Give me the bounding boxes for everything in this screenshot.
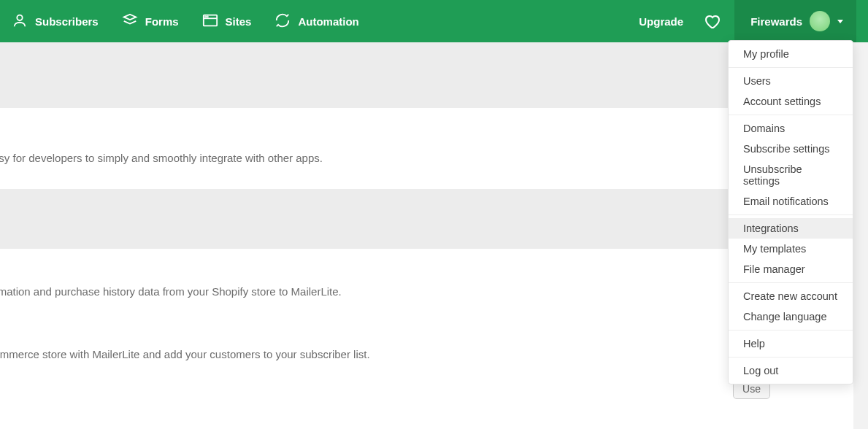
forms-icon [122, 12, 138, 31]
account-dropdown: My profile Users Account settings Domain… [728, 40, 853, 384]
nav-label: Automation [298, 15, 358, 28]
dropdown-group-6: Help [729, 331, 853, 358]
menu-users[interactable]: Users [729, 71, 853, 91]
nav-forms[interactable]: Forms [122, 12, 179, 31]
page-content: API es it easy for developers to simply … [0, 42, 777, 429]
chevron-down-icon [837, 20, 843, 23]
nav-label: Subscribers [35, 15, 99, 28]
api-heading: API [0, 124, 777, 143]
woocommerce-heading: erce [0, 329, 777, 344]
menu-subscribe-settings[interactable]: Subscribe settings [729, 139, 853, 159]
menu-file-manager[interactable]: File manager [729, 259, 853, 279]
dropdown-group-5: Create new account Change language [729, 283, 853, 331]
upgrade-link[interactable]: Upgrade [639, 15, 683, 28]
gray-band-2: ions [0, 189, 741, 236]
sites-icon [202, 13, 218, 30]
menu-unsubscribe-settings[interactable]: Unsubscribe settings [729, 159, 853, 191]
nav-sites[interactable]: Sites [202, 13, 252, 30]
svg-point-3 [205, 16, 206, 17]
topbar: Subscribers Forms Sites [0, 0, 868, 42]
nav-right: Upgrade Firewards [639, 0, 856, 42]
menu-my-templates[interactable]: My templates [729, 239, 853, 259]
nav-left: Subscribers Forms Sites [12, 12, 359, 31]
menu-change-language[interactable]: Change language [729, 306, 853, 327]
menu-domains[interactable]: Domains [729, 118, 853, 139]
integration-woocommerce: erce WooCommerce store with MailerLite a… [0, 329, 777, 371]
avatar [810, 11, 830, 31]
menu-help[interactable]: Help [729, 333, 853, 354]
menu-integrations[interactable]: Integrations [729, 218, 853, 239]
svg-point-4 [207, 16, 207, 17]
dropdown-group-7: Log out [729, 358, 853, 384]
dropdown-group-1: My profile [729, 41, 853, 68]
section-api: API [0, 108, 777, 150]
dropdown-group-3: Domains Subscribe settings Unsubscribe s… [729, 115, 853, 215]
nav-label: Sites [226, 15, 252, 28]
api-description: es it easy for developers to simply and … [0, 150, 777, 167]
dropdown-group-4: Integrations My templates File manager [729, 215, 853, 283]
woocommerce-description: WooCommerce store with MailerLite and ad… [0, 347, 777, 363]
subscribers-icon [12, 12, 28, 31]
scrollbar[interactable] [853, 42, 868, 429]
heart-icon[interactable] [704, 12, 721, 30]
gray-band-1 [0, 42, 777, 108]
menu-log-out[interactable]: Log out [729, 360, 853, 381]
gray-band-2b [0, 236, 777, 249]
menu-create-new-account[interactable]: Create new account [729, 286, 853, 306]
nav-subscribers[interactable]: Subscribers [12, 12, 99, 31]
svg-point-0 [17, 15, 22, 20]
nav-label: Forms [145, 15, 179, 28]
shopify-description: er information and purchase history data… [0, 284, 777, 301]
menu-account-settings[interactable]: Account settings [729, 91, 853, 112]
integrations-heading: ions [0, 202, 741, 236]
menu-my-profile[interactable]: My profile [729, 44, 853, 64]
account-name: Firewards [750, 15, 802, 28]
integration-shopify: er information and purchase history data… [0, 284, 777, 308]
account-menu-trigger[interactable]: Firewards [734, 0, 856, 42]
automation-icon [274, 12, 291, 31]
nav-automation[interactable]: Automation [274, 12, 358, 31]
dropdown-group-2: Users Account settings [729, 68, 853, 115]
menu-email-notifications[interactable]: Email notifications [729, 191, 853, 212]
